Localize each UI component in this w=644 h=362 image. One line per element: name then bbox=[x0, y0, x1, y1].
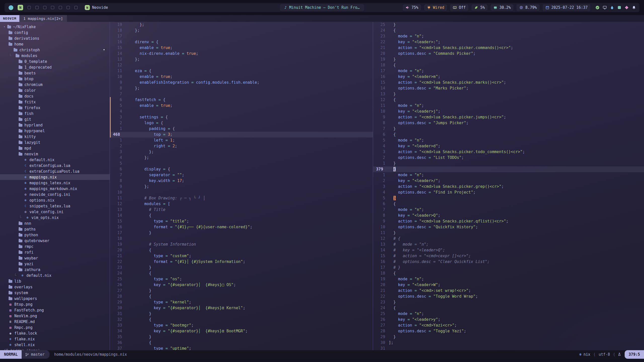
clock-widget[interactable]: 2025-07-22 16:37 bbox=[543, 4, 591, 11]
code-line[interactable]: 19 mode = "n"; bbox=[373, 276, 644, 282]
tree-item-shell-nix[interactable]: ❄shell.nix bbox=[0, 342, 110, 348]
tree-item-default-nix[interactable]: └❄default.nix bbox=[0, 273, 110, 278]
tree-item-extraconfigluapost-lua[interactable]: ☾extraConfigLuaPost.lua bbox=[0, 168, 110, 174]
code-line[interactable]: 27 } bbox=[110, 288, 373, 294]
tree-item-modules[interactable]: └modules bbox=[0, 53, 110, 59]
tree-item-chromium[interactable]: chromium bbox=[0, 82, 110, 87]
code-line[interactable]: 6 { bbox=[373, 132, 644, 138]
code-line[interactable]: 37 type = "uptime"; bbox=[110, 346, 373, 350]
code-line[interactable]: 20 key = "<leader>W"; bbox=[373, 282, 644, 288]
tree-item-fcitx[interactable]: fcitx bbox=[0, 99, 110, 105]
tree-item-waybar[interactable]: waybar bbox=[0, 255, 110, 261]
tree-item-config[interactable]: config bbox=[0, 30, 110, 35]
code-line[interactable]: 13 }; bbox=[110, 57, 373, 62]
code-line[interactable]: 16 format = "{#1}┌── {#}{user-name-color… bbox=[110, 224, 373, 230]
tree-item-kitty[interactable]: kitty bbox=[0, 134, 110, 140]
code-line[interactable]: 2 logo = { bbox=[110, 120, 373, 126]
code-line[interactable]: 32 { bbox=[110, 317, 373, 323]
code-line[interactable]: 9 enableFishIntegration = config.modules… bbox=[110, 80, 373, 85]
workspace-empty[interactable] bbox=[35, 6, 39, 9]
code-line[interactable]: 16 key = "<leader>m"; bbox=[373, 74, 644, 80]
workspace-empty[interactable] bbox=[43, 6, 47, 9]
power-widget[interactable]: 5% bbox=[471, 4, 488, 11]
code-line[interactable]: 5 mode = "n"; bbox=[373, 138, 644, 143]
code-line[interactable]: 2 options.desc = "List TODOs"; bbox=[373, 155, 644, 161]
code-line[interactable]: 10 bbox=[110, 190, 373, 195]
tree-item-flake-lock[interactable]: ◉flake.lock bbox=[0, 330, 110, 336]
tree-item-fish[interactable]: fish bbox=[0, 111, 110, 116]
workspace-empty[interactable] bbox=[51, 6, 54, 9]
tree-item-home[interactable]: home bbox=[0, 41, 110, 47]
git-branch-segment[interactable]: master bbox=[22, 350, 50, 359]
code-line[interactable]: 14 { bbox=[110, 213, 373, 218]
code-line[interactable]: 16 # options.desc = "Clear Quickfix List… bbox=[373, 259, 644, 265]
code-line[interactable]: 25 } bbox=[373, 22, 644, 28]
code-line[interactable]: 22 format = "{#1}│ {#}System Information… bbox=[110, 259, 373, 265]
code-line[interactable]: 3 action = "<cmd>lua Snacks.picker.todo_… bbox=[373, 149, 644, 155]
tree-item-rmpc-png[interactable]: ▨Rmpc.png bbox=[0, 325, 110, 330]
code-line[interactable]: 9 }; bbox=[110, 184, 373, 190]
code-line[interactable]: 25 type = "os"; bbox=[110, 276, 373, 282]
code-line[interactable]: 22 key = "<leader>:"; bbox=[373, 39, 644, 45]
code-line[interactable]: 7 bbox=[110, 91, 373, 97]
code-line[interactable]: 5 } bbox=[373, 195, 644, 201]
code-line[interactable]: 28 options.desc = "Toggle Yazi"; bbox=[373, 328, 644, 334]
code-line[interactable]: 4 bbox=[110, 109, 373, 114]
code-line[interactable]: 468 top = 3; bbox=[110, 132, 373, 138]
code-line[interactable]: 29 type = "kernel"; bbox=[110, 299, 373, 305]
network-widget[interactable]: Wired bbox=[424, 4, 447, 11]
mic-widget[interactable]: Off bbox=[450, 4, 468, 11]
code-line[interactable]: 12 modules = [ bbox=[110, 201, 373, 207]
tree-item-mappings-latex-nix[interactable]: ❄mappings_latex.nix bbox=[0, 180, 110, 186]
code-line[interactable]: 9 action = "<cmd>lua Snacks.picker.qflis… bbox=[373, 218, 644, 224]
code-line[interactable]: 14 options.desc = "Marks Picker"; bbox=[373, 85, 644, 91]
code-line[interactable]: 10 enable = true; bbox=[110, 74, 373, 80]
code-line[interactable]: 26 key = "{#separator}│ {#keys}□ OS"; bbox=[110, 282, 373, 288]
cpu-widget[interactable]: 8.79% bbox=[516, 4, 539, 11]
code-line[interactable]: 30 key = "{#separator}│ {#keys}≣ Kernel"… bbox=[110, 305, 373, 311]
code-line[interactable]: 27 action = "<cmd>Yazi<cr>"; bbox=[373, 323, 644, 328]
code-line[interactable]: 15 type = "title"; bbox=[110, 218, 373, 224]
code-line[interactable]: 7 separator = ""; bbox=[110, 172, 373, 178]
tree-item-mpd[interactable]: mpd bbox=[0, 145, 110, 151]
workspace-empty[interactable] bbox=[59, 6, 62, 9]
code-line[interactable]: 23 mode = "n"; bbox=[373, 33, 644, 39]
code-line[interactable]: 379 { bbox=[373, 166, 644, 172]
code-line[interactable]: 17 } bbox=[110, 230, 373, 236]
memory-widget[interactable]: 30.2% bbox=[491, 4, 513, 11]
code-line[interactable]: 29 } bbox=[373, 334, 644, 340]
tree-item-qutebrowser[interactable]: qutebrowser bbox=[0, 238, 110, 244]
tree-item-extraconfiglua-lua[interactable]: ☾extraConfigLua.lua bbox=[0, 163, 110, 168]
media-player-widget[interactable]: ♪ Minuit Machine – Don't Run Fro… bbox=[280, 4, 364, 11]
tree-item-overlays[interactable]: overlays bbox=[0, 284, 110, 290]
tree-item-rmpc[interactable]: rmpc bbox=[0, 244, 110, 249]
code-line[interactable]: 1 mode = "n"; bbox=[373, 172, 644, 178]
tree-item-git[interactable]: git bbox=[0, 116, 110, 122]
code-line[interactable]: 36 { bbox=[110, 340, 373, 346]
tree-item-neovim-png[interactable]: ▨NeoVim.png bbox=[0, 313, 110, 319]
code-line[interactable]: 3 action = "<cmd>lua Snacks.picker.grep(… bbox=[373, 184, 644, 190]
code-line[interactable]: 18 bbox=[110, 236, 373, 242]
code-line[interactable]: 11 # Box Drawing: ┌ ─ ┐ └ ┘ │ bbox=[110, 195, 373, 201]
tree-item-nnn[interactable]: nnn bbox=[0, 220, 110, 226]
tree-item-btop-png[interactable]: ▨Btop.png bbox=[0, 301, 110, 307]
code-line[interactable]: 26 key = "<leader>y"; bbox=[373, 317, 644, 323]
tree-item-zathura[interactable]: zathura bbox=[0, 267, 110, 273]
tree-item-system[interactable]: system bbox=[0, 290, 110, 296]
droplet-icon[interactable] bbox=[610, 6, 614, 10]
display-icon[interactable] bbox=[603, 6, 607, 10]
code-line[interactable]: 19 # System Information bbox=[110, 242, 373, 247]
code-line[interactable]: 8 }; bbox=[110, 85, 373, 91]
tree-item-vim-opts-nix[interactable]: └❄vim_opts.nix bbox=[0, 215, 110, 220]
tree-item-rofi[interactable]: rofi bbox=[0, 249, 110, 255]
tree-item-hyprpanel[interactable]: hyprpanel bbox=[0, 128, 110, 134]
workspace-empty[interactable] bbox=[27, 6, 31, 9]
code-line[interactable]: 4 }; bbox=[110, 155, 373, 161]
tree-item-wallpapers[interactable]: wallpapers bbox=[0, 296, 110, 301]
tree-item-hyprland[interactable]: hyprland bbox=[0, 122, 110, 128]
tree-item-docs[interactable]: docs bbox=[0, 93, 110, 99]
tree-item-lib[interactable]: lib bbox=[0, 278, 110, 284]
code-line[interactable]: 19 }; bbox=[110, 22, 373, 28]
code-line[interactable]: 8 options.desc = "Jumps Picker"; bbox=[373, 120, 644, 126]
sync-check-icon[interactable] bbox=[595, 6, 599, 10]
